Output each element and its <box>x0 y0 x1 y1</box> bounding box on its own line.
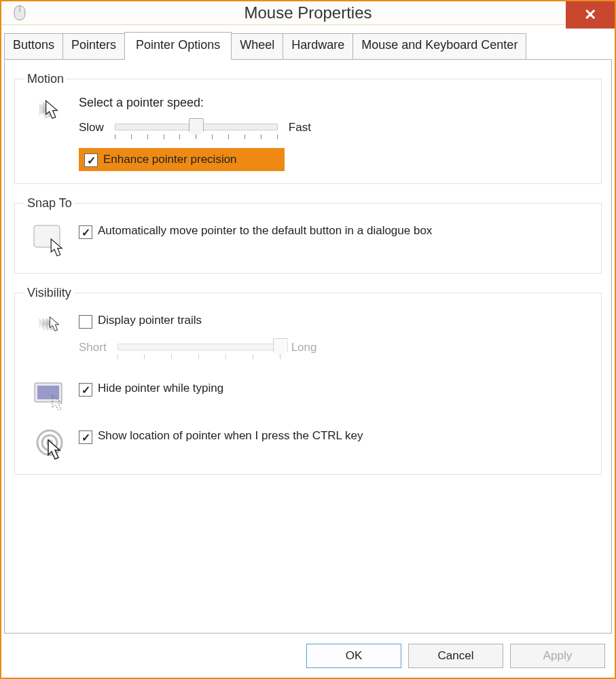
apply-button: Apply <box>510 644 605 668</box>
tab-mouse-keyboard-center[interactable]: Mouse and Keyboard Center <box>352 33 526 61</box>
titlebar: Mouse Properties ✕ <box>1 1 615 25</box>
enhance-precision-highlight: Enhance pointer precision <box>79 148 285 171</box>
pointer-speed-label: Select a pointer speed: <box>79 96 592 110</box>
motion-legend: Motion <box>24 72 67 86</box>
tab-buttons[interactable]: Buttons <box>4 33 63 61</box>
snapto-icon <box>24 220 79 261</box>
ctrl-locate-icon <box>24 425 79 462</box>
hide-typing-icon <box>24 378 79 410</box>
window-title: Mouse Properties <box>1 3 615 22</box>
hide-typing-checkbox[interactable] <box>79 383 92 397</box>
trails-checkbox[interactable] <box>79 315 92 329</box>
mouse-properties-window: Mouse Properties ✕ Buttons Pointers Poin… <box>0 0 616 679</box>
ok-button[interactable]: OK <box>306 644 401 668</box>
snapto-label: Automatically move pointer to the defaul… <box>98 224 432 238</box>
short-label: Short <box>79 341 107 354</box>
ctrl-locate-label: Show location of pointer when I press th… <box>98 429 363 443</box>
svg-rect-3 <box>37 386 59 399</box>
pointer-speed-slider[interactable] <box>115 117 278 139</box>
trails-slider <box>117 337 280 359</box>
close-button[interactable]: ✕ <box>566 1 615 29</box>
trails-icon <box>24 310 79 340</box>
pointer-options-panel: Motion Select a pointer speed: Slow <box>4 59 612 634</box>
ctrl-locate-checkbox[interactable] <box>79 430 92 444</box>
snapto-legend: Snap To <box>24 196 75 210</box>
tab-wheel[interactable]: Wheel <box>231 33 283 61</box>
motion-icon <box>24 96 79 126</box>
tab-pointer-options[interactable]: Pointer Options <box>124 32 232 60</box>
snapto-group: Snap To Automatically move pointer to th… <box>14 196 602 274</box>
slow-label: Slow <box>79 121 104 134</box>
enhance-precision-checkbox[interactable] <box>84 153 98 167</box>
long-label: Long <box>291 341 317 354</box>
motion-group: Motion Select a pointer speed: Slow <box>14 72 602 184</box>
snapto-checkbox[interactable] <box>79 225 92 239</box>
fast-label: Fast <box>289 121 311 134</box>
enhance-precision-label: Enhance pointer precision <box>103 153 237 166</box>
visibility-group: Visibility Display pointer tr <box>14 286 602 475</box>
trails-label: Display pointer trails <box>98 314 202 327</box>
dialog-button-row: OK Cancel Apply <box>1 637 615 678</box>
tab-hardware[interactable]: Hardware <box>283 33 353 61</box>
close-icon: ✕ <box>584 6 596 24</box>
cancel-button[interactable]: Cancel <box>408 644 503 668</box>
tab-strip: Buttons Pointers Pointer Options Wheel H… <box>4 32 612 60</box>
visibility-legend: Visibility <box>24 286 74 300</box>
tab-container: Buttons Pointers Pointer Options Wheel H… <box>1 25 615 637</box>
tab-pointers[interactable]: Pointers <box>62 33 125 61</box>
hide-typing-label: Hide pointer while typing <box>98 382 223 395</box>
